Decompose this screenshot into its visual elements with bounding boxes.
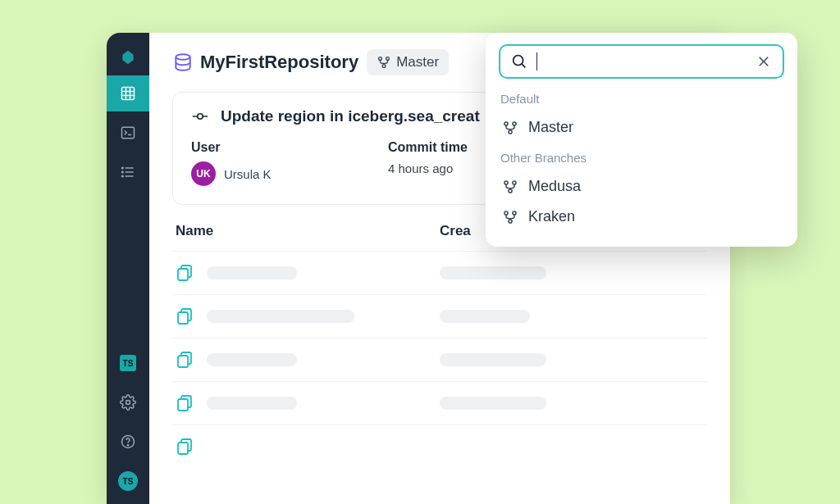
file-stack-icon [176, 263, 195, 283]
svg-line-34 [522, 64, 525, 67]
branch-icon [502, 120, 518, 136]
svg-point-15 [127, 445, 128, 446]
sidebar-item-ts-badge[interactable]: TS [107, 345, 149, 381]
svg-rect-0 [122, 88, 135, 100]
repository-icon [172, 52, 194, 73]
file-stack-icon [176, 306, 195, 326]
branch-option-medusa[interactable]: Medusa [499, 171, 784, 202]
branch-icon [377, 55, 391, 70]
branch-option-kraken[interactable]: Kraken [499, 202, 784, 232]
sidebar-item-terminal[interactable] [107, 115, 149, 151]
svg-point-39 [509, 129, 512, 133]
svg-point-43 [504, 211, 508, 214]
user-avatar-mini[interactable]: TS [118, 471, 138, 491]
file-stack-icon [176, 437, 195, 456]
svg-point-41 [513, 180, 516, 184]
svg-rect-30 [178, 399, 188, 411]
skeleton [207, 310, 354, 323]
sidebar-item-help[interactable] [107, 424, 149, 460]
commit-title: Update region in iceberg.sea_creat [221, 107, 480, 125]
skeleton [440, 310, 530, 323]
skeleton [440, 266, 546, 279]
section-default-label: Default [500, 92, 783, 106]
branch-option-label: Medusa [528, 178, 581, 195]
branch-option-label: Kraken [528, 208, 575, 225]
branch-option-label: Master [528, 119, 573, 136]
ts-badge: TS [120, 355, 136, 371]
svg-point-44 [513, 211, 516, 214]
svg-point-18 [386, 57, 390, 61]
sidebar-item-tables[interactable] [107, 75, 149, 111]
search-icon [510, 52, 528, 70]
current-branch-label: Master [396, 54, 439, 70]
sidebar-item-settings[interactable] [107, 384, 149, 420]
branch-search[interactable] [499, 44, 784, 79]
skeleton [207, 353, 297, 366]
repo-title: MyFirstRepository [172, 52, 358, 73]
repo-name: MyFirstRepository [200, 52, 358, 73]
svg-point-12 [122, 175, 124, 177]
branch-icon [502, 209, 518, 225]
svg-rect-26 [178, 312, 188, 324]
svg-point-16 [176, 54, 189, 60]
close-icon [756, 54, 771, 69]
skeleton [440, 353, 546, 366]
svg-point-45 [509, 219, 512, 222]
svg-rect-28 [178, 356, 188, 367]
svg-point-33 [514, 56, 523, 66]
clear-search-button[interactable] [755, 52, 773, 70]
svg-rect-32 [178, 443, 188, 454]
svg-rect-24 [178, 269, 188, 280]
text-cursor [536, 52, 537, 70]
branch-selector[interactable]: Master [367, 49, 449, 75]
user-avatar: UK [191, 161, 216, 186]
commit-icon [191, 107, 209, 125]
branch-option-master[interactable]: Master [499, 112, 784, 143]
table-row[interactable] [172, 294, 707, 338]
svg-point-10 [122, 167, 124, 169]
svg-point-37 [504, 121, 508, 125]
svg-rect-5 [122, 127, 135, 138]
gear-icon [120, 394, 136, 411]
file-stack-icon [176, 393, 195, 413]
table-row[interactable] [172, 338, 707, 381]
col-name: Name [176, 223, 440, 239]
commit-user: UK Ursula K [191, 161, 355, 186]
table-row[interactable] [172, 251, 707, 294]
branch-icon [502, 179, 518, 195]
file-stack-icon [176, 350, 195, 370]
user-label: User [191, 140, 355, 155]
svg-point-11 [122, 171, 124, 173]
section-other-label: Other Branches [500, 151, 783, 165]
app-logo-icon[interactable] [107, 43, 149, 72]
svg-point-40 [504, 180, 508, 184]
skeleton [207, 266, 297, 279]
table-row[interactable] [172, 425, 707, 468]
sidebar: TS TS [107, 33, 149, 504]
table-row[interactable] [172, 381, 707, 425]
skeleton [440, 397, 546, 410]
user-name: Ursula K [224, 167, 272, 181]
help-icon [120, 434, 136, 450]
svg-point-20 [198, 114, 203, 119]
branch-search-input[interactable] [546, 53, 746, 70]
svg-point-19 [382, 65, 386, 68]
svg-point-42 [509, 188, 512, 192]
branch-picker-popover: Default Master Other Branches Medusa Kra… [486, 33, 797, 247]
svg-point-13 [126, 401, 130, 405]
svg-point-38 [513, 121, 516, 125]
skeleton [207, 397, 297, 410]
svg-point-17 [379, 57, 382, 61]
sidebar-item-list[interactable] [107, 154, 149, 190]
